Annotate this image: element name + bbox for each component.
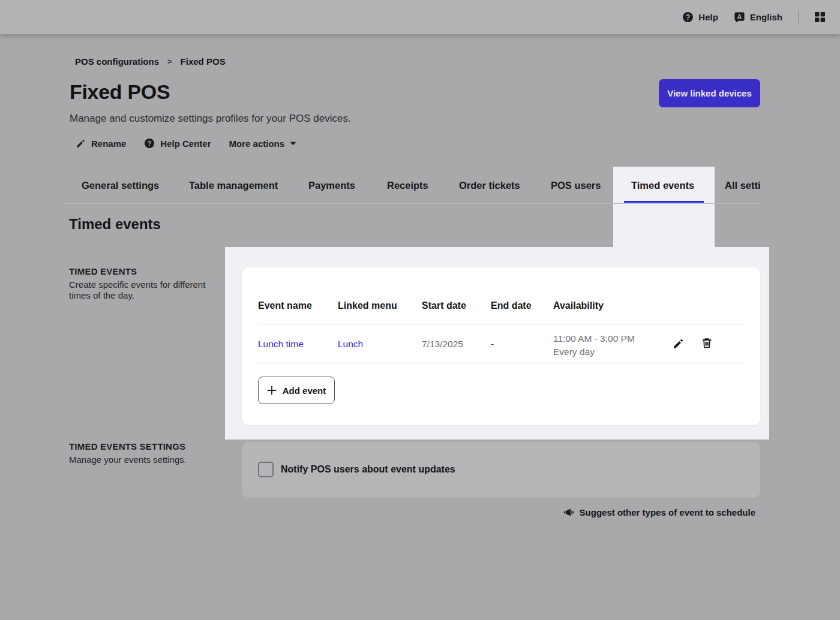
help-menu-item[interactable]: ? Help [682,11,718,23]
col-header-event-name: Event name [258,300,312,311]
breadcrumb: POS configurations > Fixed POS [75,56,226,67]
end-date-value: - [491,339,494,350]
event-name-link[interactable]: Lunch time [258,339,304,350]
top-bar-right-group: ? Help A English [682,0,826,34]
svg-text:A: A [737,13,742,20]
availability-time: 11:00 AM - 3:00 PM [553,332,635,345]
language-menu-item[interactable]: A English [734,11,782,23]
tab-receipts[interactable]: Receipts [387,180,428,191]
tab-all-settings[interactable]: All settings [725,180,760,191]
active-tab-underline [624,201,704,203]
question-circle-icon: ? [682,11,694,23]
timed-events-settings-label: TIMED EVENTS SETTINGS [69,441,185,452]
availability-frequency: Every day [553,345,635,359]
tab-order-tickets[interactable]: Order tickets [459,180,520,191]
pos-configuration-page: ? Help A English POS configurations > Fi… [0,0,840,620]
timed-events-group-description: Create specific events for different tim… [69,279,216,301]
suggest-event-link[interactable]: Suggest other types of event to schedule [563,507,755,517]
tab-payments[interactable]: Payments [308,180,355,191]
page-title: Fixed POS [70,80,170,104]
more-actions-button[interactable]: More actions [229,139,297,149]
linked-menu-link[interactable]: Lunch [338,339,363,350]
chevron-down-icon [290,142,296,146]
add-event-button[interactable]: Add event [258,377,335,404]
help-label: Help [698,12,718,22]
plus-icon [267,386,277,395]
suggest-event-label: Suggest other types of event to schedule [580,507,755,517]
col-header-end-date: End date [491,300,532,311]
question-circle-icon: ? [144,138,155,149]
col-header-start-date: Start date [422,300,466,311]
table-divider [258,363,745,363]
tab-pos-users[interactable]: POS users [551,180,601,191]
notify-pos-users-checkbox[interactable] [258,462,274,477]
breadcrumb-fixed-pos[interactable]: Fixed POS [181,56,226,67]
rename-button[interactable]: Rename [76,139,126,149]
edit-event-icon[interactable] [672,338,684,352]
timed-events-card: Event name Linked menu Start date End da… [242,267,760,425]
language-label: English [750,12,782,22]
col-header-availability: Availability [553,300,604,311]
grid-icon [814,11,826,23]
topbar-divider [798,10,799,25]
top-bar: ? Help A English [0,0,840,34]
breadcrumb-pos-configurations[interactable]: POS configurations [75,56,159,67]
breadcrumb-separator: > [167,57,172,66]
section-heading: Timed events [69,216,161,233]
megaphone-icon [563,508,574,517]
timed-events-settings-card: Notify POS users about event updates [242,442,760,498]
delete-event-icon[interactable] [701,337,713,351]
tab-general-settings[interactable]: General settings [82,180,159,191]
svg-text:?: ? [148,140,152,147]
table-divider [258,324,745,324]
view-linked-devices-button[interactable]: View linked devices [659,79,760,107]
timed-events-group-label: TIMED EVENTS [69,266,137,276]
more-actions-label: More actions [229,139,285,149]
help-center-button[interactable]: ? Help Center [144,138,211,149]
help-center-label: Help Center [160,139,211,149]
settings-tab-bar: General settings Table management Paymen… [63,168,760,204]
tab-timed-events[interactable]: Timed events [631,180,694,191]
col-header-linked-menu: Linked menu [338,300,397,311]
page-actions-row: Rename ? Help Center More actions [76,136,296,151]
pencil-icon [76,139,86,149]
availability-value: 11:00 AM - 3:00 PM Every day [553,332,635,358]
apps-grid-button[interactable] [814,11,826,23]
rename-label: Rename [91,139,126,149]
page-subtitle: Manage and customize settings profiles f… [70,113,351,125]
notify-pos-users-label: Notify POS users about event updates [281,464,455,475]
add-event-label: Add event [283,386,326,396]
tab-table-management[interactable]: Table management [189,180,278,191]
language-icon: A [734,11,745,23]
timed-events-settings-description: Manage your events settings. [69,455,249,465]
svg-text:?: ? [686,13,690,22]
start-date-value: 7/13/2025 [422,339,463,350]
